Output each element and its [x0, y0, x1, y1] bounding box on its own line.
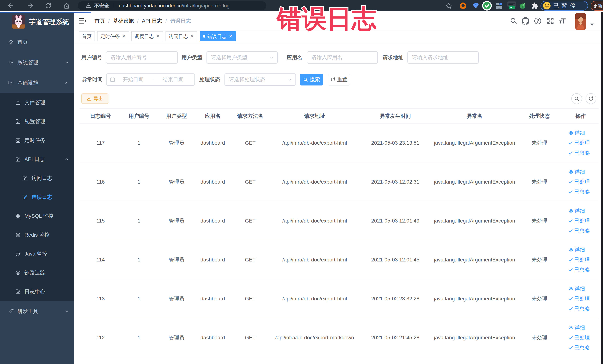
row-action-processed[interactable]: 已处理 — [568, 294, 598, 304]
close-icon[interactable]: ✕ — [229, 34, 232, 39]
row-action-processed[interactable]: 已处理 — [568, 177, 598, 187]
breadcrumb-api-log[interactable]: API 日志 — [142, 17, 162, 24]
col-process-status: 处理状态 — [516, 109, 563, 124]
sidebar-item-scheduled-tasks[interactable]: 定时任务 — [0, 131, 74, 150]
security-label[interactable]: 不安全 — [94, 2, 109, 9]
breadcrumb-infra[interactable]: 基础设施 — [113, 17, 134, 24]
sidebar-item-error-log[interactable]: 错误日志 — [0, 188, 74, 207]
help-icon[interactable] — [534, 17, 542, 25]
sidebar-item-java-monitor[interactable]: Java 监控 — [0, 244, 74, 263]
bookmark-star-icon[interactable] — [445, 2, 452, 9]
row-action-ignored[interactable]: 已忽略 — [568, 226, 598, 236]
extension-gem-icon[interactable] — [473, 3, 479, 9]
extensions-puzzle-icon[interactable] — [531, 2, 538, 9]
refresh-table-button[interactable] — [586, 93, 596, 104]
request-url-input[interactable] — [407, 51, 479, 64]
sidebar-item-mysql-monitor[interactable]: MySQL 监控 — [0, 207, 74, 225]
user-id-input-field[interactable] — [110, 55, 173, 60]
row-action-processed[interactable]: 已处理 — [568, 138, 598, 148]
sidebar-item-tracing[interactable]: 链路追踪 — [0, 263, 74, 282]
breadcrumb-home[interactable]: 首页 — [94, 17, 105, 24]
row-action-detail[interactable]: 详细 — [568, 128, 598, 138]
filter-label-exception-time: 异常时间 — [81, 73, 103, 86]
extension-donut-icon[interactable] — [460, 2, 466, 9]
row-action-processed[interactable]: 已处理 — [568, 216, 598, 226]
close-icon[interactable]: ✕ — [122, 34, 126, 39]
active-dot — [203, 35, 205, 38]
cell-user-id: 1 — [121, 240, 157, 279]
user-type-select[interactable]: 请选择用户类型 — [207, 51, 278, 64]
sidebar-item-config-management[interactable]: 配置管理 — [0, 112, 74, 131]
close-icon[interactable]: ✕ — [156, 34, 160, 39]
cell-status: 未处理 — [516, 124, 563, 163]
github-icon[interactable] — [522, 17, 529, 25]
sidebar-item-system[interactable]: 系统管理 — [0, 52, 74, 73]
tab-error-log[interactable]: 错误日志✕ — [200, 31, 236, 41]
sidebar-item-infra[interactable]: 基础设施 — [0, 73, 74, 93]
export-button[interactable]: 导出 — [81, 94, 108, 104]
search-button[interactable]: 搜索 — [300, 74, 323, 85]
fullscreen-icon[interactable] — [546, 17, 554, 25]
sidebar-item-redis-monitor[interactable]: Redis 监控 — [0, 225, 74, 244]
reset-button[interactable]: 重置 — [328, 74, 350, 85]
row-action-detail[interactable]: 详细 — [568, 284, 598, 294]
browser-home-icon[interactable] — [63, 2, 70, 9]
browser-back-icon[interactable] — [7, 2, 14, 9]
extension-grid-icon[interactable] — [496, 2, 502, 9]
tab-home[interactable]: 首页 — [79, 31, 95, 41]
end-date-placeholder[interactable]: 结束日期 — [155, 76, 191, 83]
cell-method: GET — [229, 318, 272, 357]
row-action-detail[interactable]: 详细 — [568, 167, 598, 177]
cell-id: 116 — [80, 163, 121, 201]
row-action-detail[interactable]: 详细 — [568, 245, 598, 255]
row-action-detail[interactable]: 详细 — [568, 206, 598, 216]
search-icon[interactable] — [510, 17, 517, 24]
extension-check-icon[interactable] — [482, 1, 492, 11]
sidebar-item-api-log[interactable]: API 日志 — [0, 150, 74, 169]
user-id-input[interactable] — [106, 51, 178, 64]
sidebar-item-file-management[interactable]: 文件管理 — [0, 93, 74, 112]
sidebar-item-dev-tools[interactable]: 研发工具 — [0, 301, 74, 322]
chevron-down-icon — [65, 309, 69, 314]
show-search-toggle-button[interactable] — [571, 93, 582, 104]
row-action-ignored[interactable]: 已忽略 — [568, 265, 598, 275]
row-action-ignored[interactable]: 已忽略 — [568, 187, 598, 197]
font-size-icon[interactable] — [559, 17, 567, 25]
sidebar-item-log-center[interactable]: 日志中心 — [0, 282, 74, 301]
extension-sprout-icon[interactable] — [519, 2, 526, 10]
sidebar-toggle-icon[interactable] — [79, 17, 86, 25]
browser-reload-icon[interactable] — [45, 2, 52, 9]
request-url-input-field[interactable] — [412, 55, 474, 60]
process-status-select[interactable]: 请选择处理状态 — [224, 73, 296, 86]
sidebar-item-access-log[interactable]: 访问日志 — [0, 169, 74, 188]
url-text[interactable]: dashboard.yudao.iocoder.cn/infra/log/api… — [119, 3, 230, 9]
cell-status: 未处理 — [516, 240, 563, 279]
paused-extension-pill[interactable]: 已暂停 — [541, 1, 588, 11]
row-action-processed[interactable]: 已处理 — [568, 333, 598, 342]
extension-dark-badge-icon[interactable]: on — [507, 1, 516, 9]
eye-icon — [568, 169, 574, 175]
logo-row[interactable]: 芋道管理系统 — [0, 12, 74, 32]
avatar[interactable] — [575, 13, 586, 30]
row-action-ignored[interactable]: 已忽略 — [568, 343, 598, 352]
row-action-processed[interactable]: 已处理 — [568, 255, 598, 265]
caret-down-icon[interactable] — [590, 23, 595, 26]
scrollbar[interactable] — [601, 12, 603, 364]
app-name-input[interactable] — [307, 51, 378, 64]
tab-access-log[interactable]: 访问日志✕ — [165, 31, 197, 41]
exception-time-range-picker[interactable]: 开始日期 - 结束日期 — [106, 73, 195, 86]
tab-scheduled-tasks[interactable]: 定时任务✕ — [97, 31, 129, 41]
address-bar[interactable]: 不安全 dashboard.yudao.iocoder.cn/infra/log… — [78, 1, 266, 10]
monitor-icon — [8, 80, 14, 86]
tab-schedule-log[interactable]: 调度日志✕ — [131, 31, 163, 41]
row-action-ignored[interactable]: 已忽略 — [568, 148, 598, 158]
sidebar-item-home[interactable]: 首页 — [0, 32, 74, 52]
browser-update-button[interactable]: 更新 — [591, 1, 603, 11]
col-request-method: 请求方法名 — [229, 109, 272, 124]
row-action-detail[interactable]: 详细 — [568, 323, 598, 332]
browser-forward-icon[interactable] — [27, 2, 34, 9]
close-icon[interactable]: ✕ — [190, 34, 194, 39]
start-date-placeholder[interactable]: 开始日期 — [115, 76, 151, 83]
row-action-ignored[interactable]: 已忽略 — [568, 304, 598, 314]
app-name-input-field[interactable] — [312, 55, 373, 60]
